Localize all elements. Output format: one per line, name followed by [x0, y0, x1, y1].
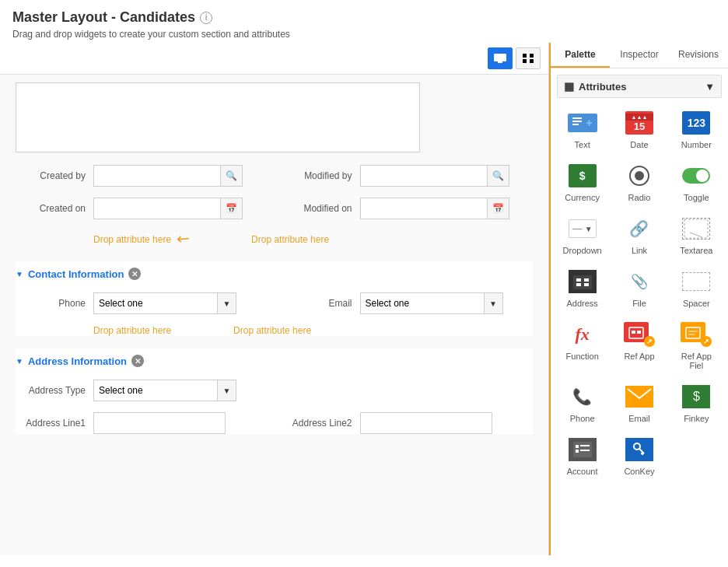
address-type-select[interactable]: Select one [93, 380, 218, 401]
created-on-col: Created on 📅 [16, 198, 267, 219]
attr-link[interactable]: 🔗 Link [614, 212, 664, 258]
svg-line-12 [690, 233, 702, 237]
grid-view-button[interactable] [516, 47, 541, 69]
svg-rect-15 [576, 283, 581, 286]
dropdown-icon: ── ▼ [565, 215, 600, 243]
attr-currency[interactable]: $ Currency [557, 159, 607, 205]
svg-rect-7 [572, 121, 582, 122]
modified-on-col: Modified on 📅 [282, 198, 534, 219]
address-line1-input[interactable] [93, 412, 226, 434]
radio-label: Radio [628, 193, 651, 202]
attr-conkey[interactable]: ConKey [614, 432, 664, 479]
phone-icon: 📞 [565, 383, 600, 411]
attr-address[interactable]: Address [557, 264, 607, 311]
created-on-input[interactable] [93, 198, 221, 219]
phone-select[interactable]: Select one [93, 292, 218, 314]
phone-select-arrow[interactable]: ▼ [218, 292, 236, 314]
link-label: Link [632, 246, 647, 255]
text-area-box [16, 82, 420, 152]
drop-text-left-1: Drop attribute here [93, 234, 171, 245]
attributes-collapse-icon[interactable]: ▼ [705, 81, 715, 93]
address-type-col: Address Type Select one ▼ [16, 380, 533, 401]
modified-by-input[interactable] [360, 165, 488, 187]
email-select[interactable]: Select one [360, 292, 485, 314]
modified-on-label: Modified on [282, 203, 352, 214]
attr-toggle[interactable]: Toggle [671, 159, 722, 205]
address-section-header[interactable]: ▼ Address Information ✕ [16, 348, 533, 373]
svg-rect-16 [584, 278, 589, 282]
date-label: Date [630, 140, 648, 149]
subtitle-text: Drag and drop widgets to create your cus… [12, 29, 290, 40]
drop-right-contact[interactable]: Drop attribute here [202, 325, 311, 336]
attr-refappfield[interactable]: ↗ Ref App Fiel [671, 317, 722, 373]
modified-on-input-group: 📅 [360, 198, 509, 219]
address-section: ▼ Address Information ✕ Address Type Sel… [16, 348, 533, 434]
tab-revisions[interactable]: Revisions [669, 43, 728, 68]
drop-right-1[interactable]: Drop attribute here [220, 230, 329, 249]
attr-date[interactable]: ▲▲▲ 15 Date [614, 106, 664, 152]
attributes-header-left: ▦ Attributes [564, 80, 626, 93]
created-by-search-icon[interactable]: 🔍 [221, 165, 243, 187]
contact-title: Contact Information [28, 268, 124, 280]
panel-body: ▦ Attributes ▼ + Text [551, 68, 728, 555]
address-attr-label: Address [566, 299, 597, 308]
address-remove-button[interactable]: ✕ [131, 355, 144, 367]
modified-on-calendar-icon[interactable]: 📅 [488, 198, 509, 219]
address-chevron: ▼ [16, 357, 23, 366]
phone-col: Phone Select one ▼ [16, 292, 267, 314]
address-type-select-arrow[interactable]: ▼ [218, 380, 236, 401]
attr-account[interactable]: Account [557, 432, 607, 479]
info-icon[interactable]: i [200, 12, 212, 24]
svg-rect-14 [576, 278, 581, 282]
attr-finkey[interactable]: $ Finkey [671, 380, 722, 426]
contact-section-header[interactable]: ▼ Contact Information ✕ [16, 261, 533, 286]
modified-by-search-icon[interactable]: 🔍 [488, 165, 509, 187]
created-on-calendar-icon[interactable]: 📅 [221, 198, 243, 219]
drop-left-contact[interactable]: Drop attribute here [16, 325, 171, 336]
modified-by-label: Modified by [282, 170, 352, 181]
currency-label: Currency [565, 193, 600, 202]
toggle-label: Toggle [684, 193, 709, 202]
email-select-arrow[interactable]: ▼ [485, 292, 503, 314]
attr-textarea[interactable]: Textarea [671, 212, 722, 258]
address-line2-input[interactable] [360, 412, 492, 434]
attr-function[interactable]: fx Function [557, 317, 607, 373]
svg-rect-19 [632, 331, 635, 334]
svg-rect-2 [523, 54, 527, 58]
created-by-col: Created by 🔍 [16, 165, 267, 187]
address-type-select-wrapper: Select one ▼ [93, 380, 236, 401]
spacer-icon [679, 268, 713, 296]
canvas-content: Created by 🔍 Modified by 🔍 [0, 75, 548, 453]
function-icon: fx [565, 320, 600, 348]
attr-text[interactable]: + Text [557, 106, 607, 152]
attr-radio[interactable]: Radio [614, 159, 664, 205]
drop-text-right-contact: Drop attribute here [233, 325, 311, 336]
desktop-view-button[interactable] [488, 47, 513, 69]
attr-file[interactable]: 📎 File [614, 264, 664, 311]
phone-email-row: Phone Select one ▼ Email Select one [16, 292, 533, 314]
attributes-grid: + Text ▲▲▲ 15 Date [557, 106, 722, 479]
svg-rect-27 [576, 450, 579, 453]
file-label: File [632, 299, 646, 308]
attr-spacer[interactable]: Spacer [671, 264, 722, 311]
address-line1-col: Address Line1 [16, 412, 267, 434]
tab-palette[interactable]: Palette [551, 43, 610, 68]
attr-phone[interactable]: 📞 Phone [557, 380, 607, 426]
phone-select-wrapper: Select one ▼ [93, 292, 236, 314]
toggle-icon [679, 162, 713, 190]
attr-dropdown[interactable]: ── ▼ Dropdown [557, 212, 607, 258]
drop-left-1[interactable]: Drop attribute here ↗ [16, 230, 189, 249]
canvas-toolbar [0, 43, 548, 75]
tab-inspector[interactable]: Inspector [610, 43, 669, 68]
date-icon: ▲▲▲ 15 [622, 109, 656, 137]
attr-number[interactable]: 123 Number [671, 106, 722, 152]
refappfield-icon: ↗ [679, 320, 713, 348]
attr-refapp[interactable]: ↗ Ref App [614, 317, 664, 373]
attr-email[interactable]: Email [614, 380, 664, 426]
modified-on-input[interactable] [360, 198, 488, 219]
attributes-label: Attributes [579, 81, 626, 93]
email-label: Email [282, 298, 352, 309]
created-by-input[interactable] [93, 165, 221, 187]
contact-remove-button[interactable]: ✕ [128, 268, 141, 280]
drop-text-right-1: Drop attribute here [251, 234, 329, 245]
